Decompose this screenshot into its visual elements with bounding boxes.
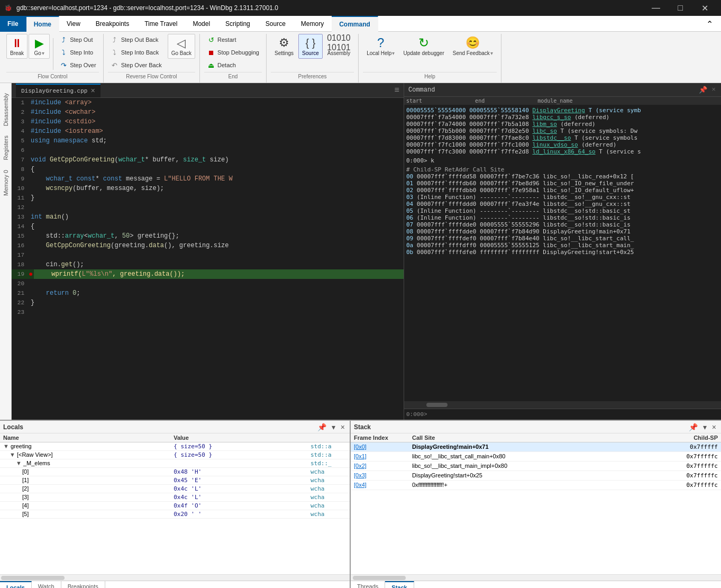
minimize-button[interactable]: — xyxy=(644,0,668,16)
output-row-addr3: 00007fff`f7a74000 00007fff`f7b5a108 libm… xyxy=(406,121,719,128)
command-scrollbar-thumb[interactable] xyxy=(426,403,448,407)
frame-1-call: libc_so!__libc_start_call_main+0x80 xyxy=(409,452,652,462)
restart-button[interactable]: ↺ Restart xyxy=(204,34,262,46)
tab-locals[interactable]: Locals xyxy=(0,581,32,588)
stack-h-scrollbar[interactable] xyxy=(351,574,721,581)
separator-1 xyxy=(53,38,53,70)
tab-file[interactable]: File xyxy=(0,16,26,32)
stack-toolbar: Stack 📌 ▾ × xyxy=(351,421,721,433)
code-line-18: 18 cin.get(); xyxy=(12,260,404,269)
tab-model[interactable]: Model xyxy=(185,16,218,32)
locals-title: Locals xyxy=(3,423,23,431)
go-back-button[interactable]: ◁ Go Back xyxy=(168,34,195,59)
disassembly-tab[interactable]: Disassembly xyxy=(1,88,11,131)
stack-row-09: 09 00007fff`ffffdef0 00007fff`f7b84e40 l… xyxy=(406,235,719,242)
go-button[interactable]: ▶ Go ▾ xyxy=(29,34,50,59)
stack-row-0b: 0b 00007fff`ffffdfe0 ffffffff`ffffffff D… xyxy=(406,249,719,256)
close-button[interactable]: ✕ xyxy=(692,0,717,16)
frame-3-link[interactable]: [0x3] xyxy=(351,471,409,481)
stop-debugging-button[interactable]: ⏹ Stop Debugging xyxy=(204,47,262,58)
stack-close-icon[interactable]: × xyxy=(710,422,718,432)
frame-4-link[interactable]: [0x4] xyxy=(351,481,409,490)
output-row-addr6: 00007fff`f7fc1000 00007fff`f7fc1000 linu… xyxy=(406,141,719,148)
end-label: End xyxy=(204,72,262,80)
code-line-11: 11 } xyxy=(12,193,404,203)
window-title: gdb::server=localhost,port=1234 - gdb::s… xyxy=(16,4,278,12)
frame-2-link[interactable]: [0x2] xyxy=(351,462,409,471)
code-filename: DisplayGreeting.cpp xyxy=(21,88,87,94)
tab-threads[interactable]: Threads xyxy=(351,581,385,588)
code-line-19: 19 ● wprintf(L"%ls\n", greeting.data()); xyxy=(12,269,404,279)
locals-dropdown-icon[interactable]: ▾ xyxy=(330,422,337,432)
step-out-back-button[interactable]: ⤴ Step Out Back xyxy=(108,34,165,46)
frame-2-call: libc_so!__libc_start_main_impl+0x80 xyxy=(409,462,652,471)
command-h-scrollbar[interactable] xyxy=(404,401,721,409)
step-into-back-button[interactable]: ⤵ Step Into Back xyxy=(108,47,165,58)
command-input[interactable] xyxy=(430,411,719,418)
settings-button[interactable]: ⚙ Settings xyxy=(271,34,297,59)
detach-button[interactable]: ⏏ Detach xyxy=(204,59,262,71)
locals-h-scrollbar-thumb[interactable] xyxy=(1,576,65,580)
command-panel-icons: 📌 × xyxy=(698,85,717,95)
tab-time-travel[interactable]: Time Travel xyxy=(137,16,185,32)
code-line-3: 3 #include <cstdio> xyxy=(12,117,404,126)
tab-stack[interactable]: Stack xyxy=(385,581,414,588)
command-panel-header: Command 📌 × xyxy=(404,83,721,97)
locals-table-container[interactable]: Name Value ▼ greeting { size=50 } std::a xyxy=(0,433,350,574)
step-into-button[interactable]: ⤵ Step Into xyxy=(57,47,99,58)
stack-dropdown-icon[interactable]: ▾ xyxy=(701,422,708,432)
code-file-tab[interactable]: DisplayGreeting.cpp × xyxy=(16,84,101,97)
tab-breakpoints[interactable]: Breakpoints xyxy=(61,581,105,588)
ribbon-collapse-button[interactable]: ⌃ xyxy=(699,16,721,32)
code-tab-close[interactable]: × xyxy=(90,87,95,95)
tab-scripting[interactable]: Scripting xyxy=(218,16,258,32)
code-content[interactable]: 1 #include <array> 2 #include <cwchar> 3… xyxy=(12,98,404,420)
preferences-label: Preferences xyxy=(271,72,354,80)
command-scrollbar-inner xyxy=(405,403,720,407)
assembly-button[interactable]: 0101010101 Assembly xyxy=(324,34,354,59)
source-button[interactable]: { } Source xyxy=(298,34,323,59)
restart-icon: ↺ xyxy=(207,35,215,44)
code-line-14: 14 { xyxy=(12,222,404,231)
tab-view[interactable]: View xyxy=(59,16,88,32)
command-output[interactable]: 00005555`55554000 00005555`55558140 Disp… xyxy=(404,105,721,401)
tab-watch[interactable]: Watch xyxy=(32,581,61,588)
command-panel-close[interactable]: × xyxy=(710,85,717,94)
stack-pin-icon[interactable]: 📌 xyxy=(687,422,699,432)
maximize-button[interactable]: □ xyxy=(668,0,692,16)
local-help-button[interactable]: ? Local Help ▾ xyxy=(363,34,398,59)
code-line-21: 21 return 0; xyxy=(12,288,404,298)
locals-row-5: [5] 0x20 ' ' wcha xyxy=(0,510,350,519)
tab-command[interactable]: Command xyxy=(332,16,378,32)
code-tab-dropdown[interactable]: ≡ xyxy=(394,86,399,95)
break-icon: ⏸ xyxy=(11,37,23,50)
frame-1-childsp: 0x7fffffc xyxy=(652,452,721,462)
command-panel-pin[interactable]: 📌 xyxy=(698,85,708,95)
step-over-back-button[interactable]: ↶ Step Over Back xyxy=(108,59,165,71)
locals-pin-icon[interactable]: 📌 xyxy=(316,422,328,432)
send-feedback-button[interactable]: 😊 Send Feedback ▾ xyxy=(449,34,497,59)
frame-1-link[interactable]: [0x1] xyxy=(351,452,409,462)
frame-4-childsp: 0x7fffffc xyxy=(652,481,721,490)
col-name: Name xyxy=(0,433,170,442)
registers-tab[interactable]: Registers xyxy=(1,131,11,165)
memory-tab[interactable]: Memory 0 xyxy=(1,165,11,201)
break-button[interactable]: ⏸ Break xyxy=(6,34,28,59)
frame-0-link[interactable]: [0x0] xyxy=(351,442,409,452)
step-out-button[interactable]: ⤴ Step Out xyxy=(57,34,99,46)
tab-source[interactable]: Source xyxy=(258,16,294,32)
step-over-button[interactable]: ↷ Step Over xyxy=(57,59,99,71)
tab-breakpoints[interactable]: Breakpoints xyxy=(88,16,137,32)
locals-h-scrollbar[interactable] xyxy=(0,574,350,581)
locals-close-icon[interactable]: × xyxy=(339,422,346,432)
stack-h-scrollbar-thumb[interactable] xyxy=(353,576,406,580)
output-row-addr7: 00007fff`f7fc3000 00007fff`f7ffe2d8 ld_l… xyxy=(406,148,719,155)
code-editor: DisplayGreeting.cpp × ≡ 1 #include <arra… xyxy=(12,83,404,420)
go-icon: ▶ xyxy=(35,37,44,50)
tab-memory[interactable]: Memory xyxy=(294,16,332,32)
tab-home[interactable]: Home xyxy=(26,16,59,32)
stack-table-container[interactable]: Frame Index Call Site Child-SP [0x0] Dis… xyxy=(351,433,721,574)
locals-row-0: [0] 0x48 'H' wcha xyxy=(0,468,350,476)
step-out-icon: ⤴ xyxy=(59,35,68,44)
update-debugger-button[interactable]: ↻ Update debugger xyxy=(399,34,448,59)
